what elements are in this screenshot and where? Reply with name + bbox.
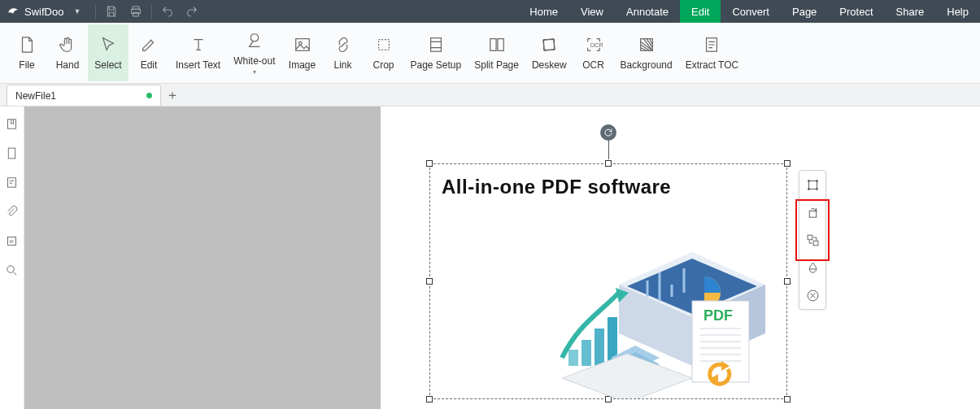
menu-view[interactable]: View bbox=[569, 0, 615, 23]
svg-text:OCR: OCR bbox=[590, 41, 603, 49]
tool-label: Crop bbox=[372, 59, 394, 71]
pencil-icon bbox=[139, 35, 159, 54]
tool-label: OCR bbox=[582, 59, 604, 71]
app-brand[interactable]: SwifDoo ▼ bbox=[0, 5, 92, 18]
crop-icon bbox=[374, 35, 394, 54]
hand-icon bbox=[58, 35, 77, 54]
tool-select[interactable]: Select bbox=[88, 24, 128, 81]
tool-background[interactable]: Background bbox=[614, 24, 679, 81]
chevron-down-icon: ▾ bbox=[253, 68, 256, 76]
svg-rect-5 bbox=[378, 40, 389, 50]
tool-insert-text[interactable]: Insert Text bbox=[169, 24, 227, 81]
search-icon[interactable] bbox=[3, 261, 21, 279]
svg-rect-6 bbox=[430, 38, 441, 52]
divider bbox=[95, 4, 96, 19]
notes-icon[interactable] bbox=[3, 173, 21, 191]
tool-white-out[interactable]: White-out▾ bbox=[227, 24, 281, 81]
app-name-label: SwifDoo bbox=[24, 6, 63, 18]
unsaved-dot-icon bbox=[146, 93, 152, 98]
tool-ocr[interactable]: OCROCR bbox=[573, 24, 614, 81]
svg-rect-14 bbox=[8, 119, 16, 128]
tool-label: Split Page bbox=[474, 59, 519, 71]
tool-split-page[interactable]: Split Page bbox=[468, 24, 525, 81]
menu-page[interactable]: Page bbox=[781, 0, 828, 23]
menu-annotate[interactable]: Annotate bbox=[615, 0, 680, 23]
tool-label: Page Setup bbox=[411, 59, 462, 71]
canvas-margin bbox=[24, 107, 381, 409]
menu-convert[interactable]: Convert bbox=[721, 0, 781, 23]
menu-share[interactable]: Share bbox=[885, 0, 936, 23]
svg-rect-3 bbox=[295, 39, 309, 51]
canvas-area[interactable]: All-in-one PDF software bbox=[24, 107, 980, 409]
resize-handle-tl[interactable] bbox=[426, 160, 433, 167]
opacity-tool-icon[interactable] bbox=[804, 259, 821, 276]
menu-edit[interactable]: Edit bbox=[680, 0, 721, 23]
svg-rect-2 bbox=[133, 12, 139, 16]
bookmarks-icon[interactable] bbox=[3, 115, 21, 133]
pages-icon[interactable] bbox=[3, 144, 21, 162]
document-tab[interactable]: NewFile1 bbox=[7, 85, 161, 106]
svg-rect-8 bbox=[497, 39, 503, 51]
print-button[interactable] bbox=[124, 0, 148, 23]
tool-hand[interactable]: Hand bbox=[47, 24, 88, 81]
ribbon: File Hand Select Edit Insert Text White-… bbox=[0, 23, 980, 84]
svg-rect-15 bbox=[8, 148, 15, 159]
resize-handle-tr[interactable] bbox=[784, 160, 791, 167]
tool-label: Deskew bbox=[532, 59, 567, 71]
resize-handle-tc[interactable] bbox=[605, 160, 612, 167]
tool-label: Insert Text bbox=[176, 59, 220, 71]
tool-extract-toc[interactable]: Extract TOC bbox=[679, 24, 746, 81]
svg-rect-10 bbox=[544, 40, 555, 50]
image-illustration: PDF bbox=[430, 198, 786, 398]
tabbar: NewFile1 ＋ bbox=[0, 84, 980, 107]
save-button[interactable] bbox=[99, 0, 124, 23]
svg-rect-16 bbox=[8, 177, 16, 186]
rotation-line bbox=[608, 137, 609, 159]
tool-image[interactable]: Image bbox=[282, 24, 323, 81]
app-menu-caret-icon: ▼ bbox=[68, 7, 85, 15]
rotation-handle[interactable] bbox=[600, 124, 616, 141]
deskew-icon bbox=[539, 35, 559, 54]
ocr-icon: OCR bbox=[584, 35, 603, 54]
stamps-icon[interactable]: W bbox=[3, 232, 21, 250]
tool-edit[interactable]: Edit bbox=[128, 24, 169, 81]
tool-label: File bbox=[19, 59, 34, 71]
menu-home[interactable]: Home bbox=[518, 0, 569, 23]
tool-label: Background bbox=[621, 59, 673, 71]
tool-file[interactable]: File bbox=[7, 24, 47, 81]
side-toolbar: W bbox=[0, 107, 24, 409]
tool-label: White-out bbox=[233, 55, 275, 67]
undo-button[interactable] bbox=[155, 0, 180, 23]
svg-rect-29 bbox=[568, 350, 578, 366]
page-content: All-in-one PDF software bbox=[381, 107, 980, 409]
selected-image-object[interactable]: All-in-one PDF software bbox=[429, 163, 787, 399]
tool-link[interactable]: Link bbox=[323, 24, 364, 81]
svg-point-47 bbox=[808, 180, 809, 181]
link-icon bbox=[333, 35, 353, 54]
tab-label: NewFile1 bbox=[15, 90, 56, 102]
svg-rect-30 bbox=[581, 340, 591, 366]
svg-rect-9 bbox=[543, 39, 555, 50]
attachments-icon[interactable] bbox=[3, 202, 21, 220]
add-tab-button[interactable]: ＋ bbox=[161, 85, 184, 106]
redo-button[interactable] bbox=[180, 0, 204, 23]
cursor-icon bbox=[98, 35, 118, 54]
text-icon bbox=[189, 35, 208, 54]
tool-deskew[interactable]: Deskew bbox=[525, 24, 573, 81]
crop-tool-icon[interactable] bbox=[804, 176, 821, 194]
delete-tool-icon[interactable] bbox=[804, 286, 821, 304]
tool-label: Hand bbox=[56, 59, 80, 71]
pdf-badge-label: PDF bbox=[703, 307, 733, 324]
tool-label: Image bbox=[289, 59, 316, 71]
tool-page-setup[interactable]: Page Setup bbox=[404, 24, 468, 81]
svg-rect-46 bbox=[808, 181, 817, 189]
menu-protect[interactable]: Protect bbox=[828, 0, 884, 23]
svg-point-19 bbox=[7, 265, 14, 272]
svg-rect-7 bbox=[490, 39, 495, 51]
background-icon bbox=[637, 35, 656, 54]
file-icon bbox=[17, 35, 37, 54]
menu-help[interactable]: Help bbox=[935, 0, 980, 23]
menubar: SwifDoo ▼ Home View Annotate Edit Conver… bbox=[0, 0, 980, 23]
tool-crop[interactable]: Crop bbox=[364, 24, 404, 81]
page-setup-icon bbox=[426, 35, 446, 54]
